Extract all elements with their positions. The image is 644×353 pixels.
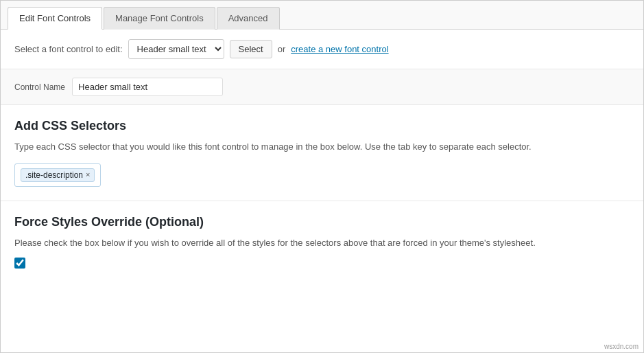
control-name-input[interactable] bbox=[72, 78, 223, 96]
css-selectors-section: Add CSS Selectors Type each CSS selector… bbox=[1, 105, 643, 201]
force-styles-title: Force Styles Override (Optional) bbox=[14, 215, 630, 229]
select-label: Select a font control to edit: bbox=[14, 44, 123, 54]
selector-tag: .site-description × bbox=[21, 168, 95, 182]
tab-advanced[interactable]: Advanced bbox=[217, 7, 280, 30]
page-wrapper: Edit Font Controls Manage Font Controls … bbox=[0, 0, 644, 353]
tab-edit-font-controls[interactable]: Edit Font Controls bbox=[8, 7, 102, 30]
font-control-select[interactable]: Header small text bbox=[128, 39, 224, 59]
or-text: or bbox=[278, 44, 286, 54]
css-selectors-title: Add CSS Selectors bbox=[14, 119, 630, 133]
force-checkbox-wrapper bbox=[14, 258, 630, 269]
control-name-label: Control Name bbox=[14, 82, 65, 92]
control-name-row: Control Name bbox=[1, 69, 643, 105]
force-styles-description: Please check the box below if you wish t… bbox=[14, 236, 630, 250]
watermark: wsxdn.com bbox=[604, 343, 639, 350]
selector-tags-container[interactable]: .site-description × bbox=[14, 163, 101, 187]
select-bar: Select a font control to edit: Header sm… bbox=[1, 30, 643, 69]
force-styles-checkbox[interactable] bbox=[14, 258, 25, 269]
main-content: Control Name Add CSS Selectors Type each… bbox=[1, 69, 643, 282]
force-styles-section: Force Styles Override (Optional) Please … bbox=[1, 201, 643, 283]
create-font-control-link[interactable]: create a new font control bbox=[291, 44, 388, 54]
select-button[interactable]: Select bbox=[230, 40, 272, 58]
tab-manage-font-controls[interactable]: Manage Font Controls bbox=[104, 7, 215, 30]
tab-bar: Edit Font Controls Manage Font Controls … bbox=[1, 1, 643, 30]
css-selectors-description: Type each CSS selector that you would li… bbox=[14, 140, 630, 154]
selector-tag-close-icon[interactable]: × bbox=[86, 171, 90, 179]
selector-tag-text: .site-description bbox=[25, 170, 83, 180]
